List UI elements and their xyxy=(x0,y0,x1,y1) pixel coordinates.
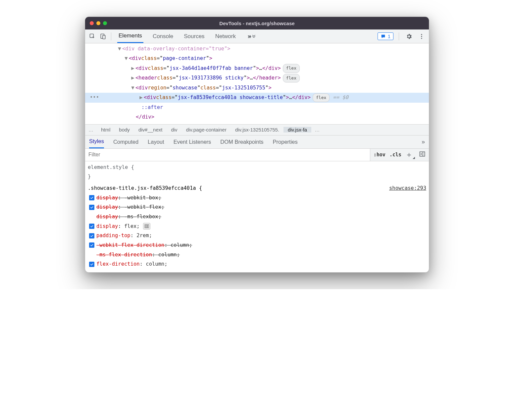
declaration-checkbox[interactable] xyxy=(89,262,94,267)
flex-pill[interactable]: flex xyxy=(313,93,330,102)
dom-node[interactable]: ▼<div data-overlay-container="true"> xyxy=(85,44,429,54)
svg-point-5 xyxy=(421,38,422,39)
svg-rect-2 xyxy=(103,35,105,39)
breadcrumb-overflow-right[interactable]: … xyxy=(311,127,323,132)
breadcrumb-item-selected[interactable]: div.jsx-fa xyxy=(283,127,311,132)
dom-node[interactable]: ▶<header class="jsx-1931733896 sticky">…… xyxy=(85,73,429,83)
close-window-button[interactable] xyxy=(90,21,94,25)
device-toolbar-icon[interactable] xyxy=(98,32,108,41)
traffic-lights xyxy=(90,21,107,25)
css-declaration[interactable]: display: -webkit-box; xyxy=(88,193,426,203)
dom-node-selected[interactable]: ••• ▶<div class="jsx-fa8539efcca401a sho… xyxy=(85,93,429,102)
subtab-styles[interactable]: Styles xyxy=(89,135,104,148)
flex-pill[interactable]: flex xyxy=(283,74,300,83)
css-rule-source-link[interactable]: showcase:293 xyxy=(389,184,426,193)
toolbar-separator xyxy=(399,32,399,40)
subtab-dom-breakpoints[interactable]: DOM Breakpoints xyxy=(220,135,263,148)
dom-tree-panel[interactable]: ▼<div data-overlay-container="true"> ▼<d… xyxy=(85,43,429,124)
declaration-checkbox[interactable] xyxy=(89,205,94,210)
dom-close-tag[interactable]: </div> xyxy=(85,112,429,122)
declaration-checkbox[interactable] xyxy=(89,242,94,248)
subtab-properties[interactable]: Properties xyxy=(273,135,298,148)
styles-filter-bar: :hov .cls ＋◢ xyxy=(85,149,429,161)
issues-badge[interactable]: 1 xyxy=(378,32,393,40)
css-declaration[interactable]: flex-direction: column; xyxy=(88,259,426,269)
ellipsis-icon[interactable]: ••• xyxy=(90,93,99,102)
flexbox-editor-icon[interactable] xyxy=(143,223,150,230)
main-tabs: Elements Console Sources Network » xyxy=(117,29,257,43)
breadcrumb-item[interactable]: div#__next xyxy=(134,127,167,132)
window-title: DevTools - nextjs.org/showcase xyxy=(85,21,429,26)
toolbar-separator xyxy=(111,32,111,40)
dom-breadcrumb[interactable]: … html body div#__next div div.page-cont… xyxy=(85,124,429,135)
selected-ref: == $0 xyxy=(333,93,348,102)
dom-node[interactable]: ▼<div region="showcase" class="jsx-13251… xyxy=(85,83,429,93)
titlebar: DevTools - nextjs.org/showcase xyxy=(85,17,429,29)
dom-node[interactable]: ▶<div class="jsx-3a64d1ae4f0f7fab banner… xyxy=(85,64,429,73)
styles-filter-input[interactable] xyxy=(85,152,370,158)
tab-sources[interactable]: Sources xyxy=(182,29,206,43)
tab-network[interactable]: Network xyxy=(214,29,237,43)
tab-console[interactable]: Console xyxy=(151,29,175,43)
breadcrumb-item[interactable]: html xyxy=(97,127,115,132)
dom-pseudo[interactable]: ::after xyxy=(85,103,429,112)
breadcrumb-overflow-left[interactable]: … xyxy=(85,127,97,132)
settings-icon[interactable] xyxy=(404,32,414,41)
breadcrumb-item[interactable]: div xyxy=(167,127,181,132)
inspect-element-icon[interactable] xyxy=(88,32,97,41)
subtab-computed[interactable]: Computed xyxy=(113,135,138,148)
declaration-checkbox[interactable] xyxy=(89,224,94,229)
main-toolbar: Elements Console Sources Network » 1 xyxy=(85,29,429,43)
tab-elements[interactable]: Elements xyxy=(117,29,143,43)
declaration-checkbox[interactable] xyxy=(89,195,94,200)
toggle-computed-sidebar-icon[interactable] xyxy=(419,151,426,159)
css-declaration[interactable]: display: flex; xyxy=(88,222,426,231)
toolbar-right: 1 xyxy=(378,32,426,41)
more-options-icon[interactable] xyxy=(417,32,426,41)
css-declaration[interactable]: display: -ms-flexbox; xyxy=(88,212,426,222)
subtab-event-listeners[interactable]: Event Listeners xyxy=(174,135,211,148)
css-declaration[interactable]: display: -webkit-flex; xyxy=(88,202,426,212)
css-declaration[interactable]: padding-top: 2rem; xyxy=(88,231,426,240)
element-style-header[interactable]: element.style { xyxy=(88,163,426,172)
svg-rect-9 xyxy=(146,225,147,228)
svg-rect-10 xyxy=(148,225,149,228)
css-declaration[interactable]: -ms-flex-direction: column; xyxy=(88,250,426,260)
tab-overflow[interactable]: » xyxy=(245,29,257,43)
css-rule-selector[interactable]: .showcase-title.jsx-fa8539efcca401a { xyxy=(88,184,202,193)
dom-node[interactable]: ▼<div class="page-container"> xyxy=(85,54,429,63)
new-style-rule-icon[interactable]: ＋◢ xyxy=(405,150,415,160)
breadcrumb-item[interactable]: div.page-container xyxy=(182,127,231,132)
css-rule-header[interactable]: .showcase-title.jsx-fa8539efcca401a { sh… xyxy=(88,184,426,193)
subtab-layout[interactable]: Layout xyxy=(148,135,164,148)
minimize-window-button[interactable] xyxy=(96,21,100,25)
hov-toggle[interactable]: :hov xyxy=(374,152,386,158)
breadcrumb-item[interactable]: body xyxy=(115,127,134,132)
maximize-window-button[interactable] xyxy=(103,21,107,25)
cls-toggle[interactable]: .cls xyxy=(389,152,401,158)
declaration-checkbox[interactable] xyxy=(89,233,94,238)
subtab-overflow[interactable]: » xyxy=(422,135,425,148)
styles-subtabs: Styles Computed Layout Event Listeners D… xyxy=(85,135,429,149)
issues-count: 1 xyxy=(388,33,390,39)
flex-pill[interactable]: flex xyxy=(283,64,300,73)
svg-point-4 xyxy=(421,36,422,37)
styles-panel[interactable]: element.style { } .showcase-title.jsx-fa… xyxy=(85,161,429,272)
svg-rect-8 xyxy=(145,225,146,228)
svg-point-3 xyxy=(421,34,422,35)
css-declaration[interactable]: -webkit-flex-direction: column; xyxy=(88,240,426,250)
devtools-window: DevTools - nextjs.org/showcase Elements … xyxy=(85,17,429,273)
breadcrumb-item[interactable]: div.jsx-1325105755. xyxy=(231,127,283,132)
element-style-close: } xyxy=(88,172,426,182)
